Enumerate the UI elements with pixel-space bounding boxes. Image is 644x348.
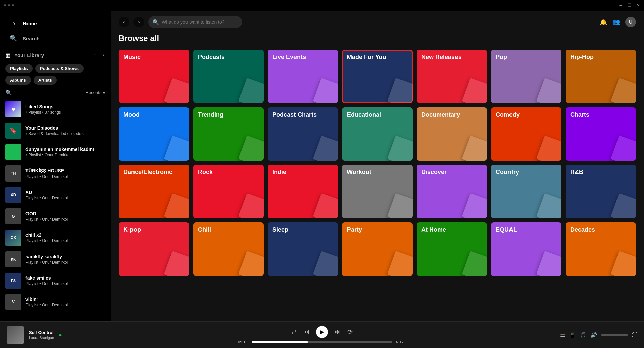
playlist-name: chill x2 xyxy=(25,232,68,238)
minimize-button[interactable]: ─ xyxy=(619,3,622,8)
filter-artists[interactable]: Artists xyxy=(34,76,57,85)
like-button[interactable]: ● xyxy=(59,332,62,338)
friends-button[interactable]: 👥 xyxy=(612,18,620,26)
main-content: ‹ › 🔍 🔔 👥 U Browse all MusicPodcastsLive… xyxy=(111,11,644,321)
list-item[interactable]: FS fake smiles Playlist • Onur Demirkol xyxy=(3,270,108,291)
sidebar-home-label: Home xyxy=(23,21,37,26)
genre-card-trending[interactable]: Trending xyxy=(193,107,264,161)
genre-label: Trending xyxy=(198,111,223,119)
player-controls: ⇄ ⏮ ▶ ⏭ ⟳ xyxy=(291,326,353,338)
expand-library-button[interactable]: → xyxy=(99,52,105,59)
genre-card-documentary[interactable]: Documentary xyxy=(417,107,487,161)
list-item[interactable]: TH TÜRKİŞŞ HOUSE Playlist • Onur Demirko… xyxy=(3,163,108,184)
filter-playlists[interactable]: Playlists xyxy=(5,64,33,73)
genre-label: Music xyxy=(123,54,141,61)
playlist-thumb: XD xyxy=(5,187,21,203)
genre-card-discover[interactable]: Discover xyxy=(417,165,487,218)
genre-card-live-events[interactable]: Live Events xyxy=(268,50,338,103)
list-item[interactable]: KK kadıköy karaköy Playlist • Onur Demir… xyxy=(3,249,108,270)
home-icon: ⌂ xyxy=(9,19,17,27)
genre-card-workout[interactable]: Workout xyxy=(342,165,413,218)
genre-card-podcasts[interactable]: Podcasts xyxy=(193,50,264,103)
genre-art xyxy=(610,193,636,218)
genre-card-educational[interactable]: Educational xyxy=(342,107,413,161)
sidebar-nav: ⌂ Home 🔍 Search xyxy=(0,11,111,48)
library-actions: + → xyxy=(93,52,105,59)
list-item[interactable]: XD XD Playlist • Onur Demirkol xyxy=(3,184,108,206)
list-item[interactable]: 🔖 Your Episodes ♪Saved & downloaded epis… xyxy=(3,120,108,141)
sidebar-item-search[interactable]: 🔍 Search xyxy=(5,31,105,46)
genre-art xyxy=(536,78,561,103)
genre-card-charts[interactable]: Charts xyxy=(566,107,636,161)
playlist-info: GOD Playlist • Onur Demirkol xyxy=(25,211,68,222)
genre-card-rock[interactable]: Rock xyxy=(193,165,264,218)
genre-card-decades[interactable]: Decades xyxy=(566,222,636,276)
filter-podcasts[interactable]: Podcasts & Shows xyxy=(35,64,84,73)
genre-card-podcast-charts[interactable]: Podcast Charts xyxy=(268,107,338,161)
back-button[interactable]: ‹ xyxy=(119,17,129,27)
playlist-meta: Playlist • Onur Demirkol xyxy=(25,260,68,265)
genre-card-mood[interactable]: Mood xyxy=(119,107,189,161)
list-item[interactable]: CX chill x2 Playlist • Onur Demirkol xyxy=(3,227,108,249)
genre-card-chill[interactable]: Chill xyxy=(193,222,264,276)
genre-card-hip-hop[interactable]: Hip-Hop xyxy=(566,50,636,103)
lyrics-button[interactable]: 🎵 xyxy=(580,332,586,338)
genre-card-party[interactable]: Party xyxy=(342,222,413,276)
list-item[interactable]: ♥ Liked Songs ♪Playlist • 37 songs xyxy=(3,98,108,120)
genre-art xyxy=(387,135,413,161)
genre-art xyxy=(164,78,189,103)
genre-card-dance-electronic[interactable]: Dance/Electronic xyxy=(119,165,189,218)
repeat-button[interactable]: ⟳ xyxy=(347,328,353,336)
titlebar-dot xyxy=(8,4,10,6)
previous-button[interactable]: ⏮ xyxy=(303,328,309,335)
avatar[interactable]: U xyxy=(625,17,636,27)
genre-label: Documentary xyxy=(421,111,460,119)
playlist-meta: Playlist • Onur Demirkol xyxy=(25,174,68,179)
playlist-meta: ♪Playlist • Onur Demirkol xyxy=(25,153,94,157)
search-input[interactable] xyxy=(148,16,242,28)
add-library-button[interactable]: + xyxy=(93,52,97,59)
genre-card-country[interactable]: Country xyxy=(491,165,561,218)
notifications-button[interactable]: 🔔 xyxy=(600,18,607,26)
restore-button[interactable]: ❐ xyxy=(628,3,631,8)
filter-albums[interactable]: Albums xyxy=(5,76,31,85)
library-search-icon[interactable]: 🔍 xyxy=(5,89,12,96)
list-item[interactable]: dünyanın en mükemmel kadını ♪Playlist • … xyxy=(3,141,108,163)
genre-label: K-pop xyxy=(123,226,141,234)
volume-slider[interactable] xyxy=(601,334,628,336)
genre-card-comedy[interactable]: Comedy xyxy=(491,107,561,161)
genre-art xyxy=(238,251,264,276)
queue-button[interactable]: ☰ xyxy=(560,332,565,338)
genre-card-pop[interactable]: Pop xyxy=(491,50,561,103)
genre-label: Charts xyxy=(570,111,589,119)
sidebar-item-home[interactable]: ⌂ Home xyxy=(5,16,105,31)
playlist-name: Liked Songs xyxy=(25,104,61,109)
genre-card-at-home[interactable]: At Home xyxy=(417,222,487,276)
forward-button[interactable]: › xyxy=(133,17,144,27)
shuffle-button[interactable]: ⇄ xyxy=(291,328,297,336)
playlist-thumb xyxy=(5,144,21,160)
devices-button[interactable]: 📱 xyxy=(569,332,576,338)
playlist-info: TÜRKİŞŞ HOUSE Playlist • Onur Demirkol xyxy=(25,168,68,179)
genre-card-music[interactable]: Music xyxy=(119,50,189,103)
genre-card-kpop[interactable]: K-pop xyxy=(119,222,189,276)
playlist-info: vibin' Playlist • Onur Demirkol xyxy=(25,297,68,307)
list-item[interactable]: V vibin' Playlist • Onur Demirkol xyxy=(3,291,108,313)
list-item[interactable]: G GOD Playlist • Onur Demirkol xyxy=(3,206,108,227)
genre-art xyxy=(313,135,338,161)
genre-label: Rock xyxy=(198,169,213,176)
playlist-meta: Playlist • Onur Demirkol xyxy=(25,303,68,307)
next-button[interactable]: ⏭ xyxy=(335,328,341,335)
genre-card-rnb[interactable]: R&B xyxy=(566,165,636,218)
play-pause-button[interactable]: ▶ xyxy=(316,326,328,338)
genre-card-sleep[interactable]: Sleep xyxy=(268,222,338,276)
fullscreen-button[interactable]: ⛶ xyxy=(632,332,637,338)
genre-label: R&B xyxy=(570,169,583,176)
genre-card-equal[interactable]: EQUAL xyxy=(491,222,561,276)
progress-track[interactable] xyxy=(252,341,392,343)
close-button[interactable]: ✕ xyxy=(637,3,640,8)
genre-card-indie[interactable]: Indie xyxy=(268,165,338,218)
genre-card-new-releases[interactable]: New Releases xyxy=(417,50,487,103)
genre-card-made-for-you[interactable]: Made For You xyxy=(342,50,413,103)
recents-label[interactable]: Recents ≡ xyxy=(86,90,105,95)
